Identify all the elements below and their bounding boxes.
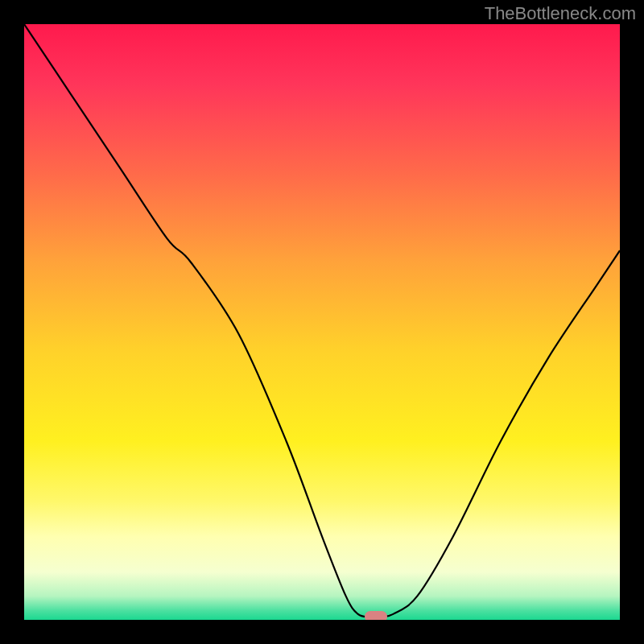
chart-plot-area [24,24,620,620]
chart-optimal-marker [365,611,387,620]
chart-curve [24,24,620,620]
watermark-text: TheBottleneck.com [485,3,636,24]
